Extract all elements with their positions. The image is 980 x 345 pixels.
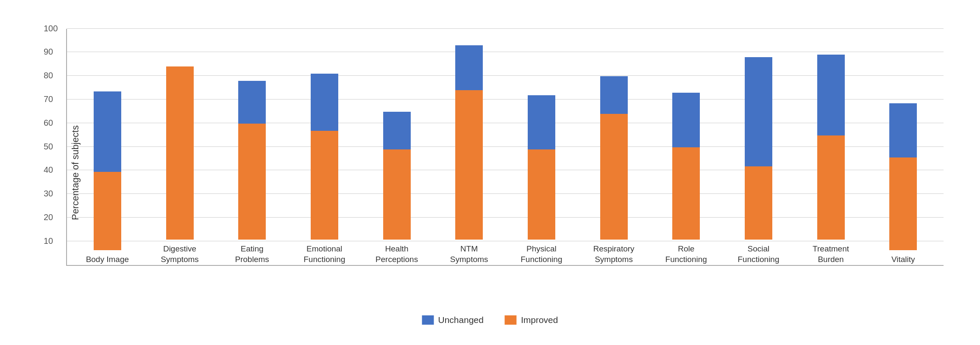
- unchanged-segment: [383, 112, 411, 150]
- bar-label: Social Functioning: [738, 244, 779, 265]
- bar-stack: [311, 74, 338, 240]
- unchanged-segment: [889, 103, 917, 158]
- grid-label: 70: [44, 94, 53, 104]
- legend-improved: Improved: [505, 315, 558, 325]
- improved-segment: [889, 157, 917, 250]
- bar-group: NTM Symptoms: [433, 45, 505, 265]
- unchanged-label: Unchanged: [438, 315, 484, 325]
- unchanged-segment: [94, 91, 121, 172]
- grid-label: 10: [44, 236, 53, 246]
- bar-label: Emotional Functioning: [303, 244, 345, 265]
- grid-label: 30: [44, 189, 53, 199]
- grid-label: 90: [44, 47, 53, 57]
- chart-area: 102030405060708090100 Body ImageDigestiv…: [66, 29, 944, 266]
- chart-container: Percentage of subjects 10203040506070809…: [24, 12, 956, 334]
- unchanged-segment: [745, 57, 772, 166]
- grid-label: 40: [44, 165, 53, 175]
- bar-stack: [94, 91, 121, 250]
- bar-stack: [817, 55, 845, 240]
- improved-segment: [238, 124, 266, 240]
- bar-stack: [672, 93, 700, 240]
- bar-label: Eating Problems: [235, 244, 269, 265]
- unchanged-segment: [672, 93, 700, 147]
- legend: Unchanged Improved: [422, 315, 558, 325]
- bar-group: Digestive Symptoms: [144, 66, 216, 265]
- improved-segment: [455, 90, 483, 240]
- bar-group: Respiratory Symptoms: [578, 76, 650, 265]
- bar-label: Digestive Symptoms: [161, 244, 199, 265]
- bar-stack: [238, 81, 266, 240]
- bar-stack: [745, 57, 772, 240]
- bar-group: Emotional Functioning: [288, 74, 361, 265]
- grid-label: 60: [44, 118, 53, 127]
- bar-label: Health Perceptions: [376, 244, 418, 265]
- improved-segment: [311, 131, 338, 240]
- bar-stack: [383, 112, 411, 240]
- bar-stack: [600, 76, 628, 240]
- improved-segment: [600, 114, 628, 240]
- improved-segment: [672, 147, 700, 240]
- improved-segment: [745, 166, 772, 240]
- bar-label: Treatment Burden: [813, 244, 849, 265]
- bar-label: NTM Symptoms: [450, 244, 488, 265]
- unchanged-segment: [528, 95, 555, 150]
- legend-unchanged: Unchanged: [422, 315, 484, 325]
- bar-group: Physical Functioning: [505, 95, 578, 265]
- unchanged-segment: [238, 81, 266, 124]
- bars-wrapper: Body ImageDigestive SymptomsEating Probl…: [67, 29, 944, 265]
- unchanged-swatch: [422, 315, 434, 325]
- unchanged-segment: [455, 45, 483, 90]
- bar-label: Vitality: [891, 254, 915, 265]
- improved-segment: [817, 135, 845, 240]
- improved-swatch: [505, 315, 517, 325]
- bar-group: Health Perceptions: [361, 112, 433, 265]
- grid-label: 50: [44, 141, 53, 151]
- grid-label: 20: [44, 212, 53, 222]
- bar-group: Vitality: [867, 103, 939, 265]
- bar-label: Body Image: [86, 254, 129, 265]
- unchanged-segment: [817, 55, 845, 135]
- improved-segment: [383, 149, 411, 240]
- bar-label: Role Functioning: [665, 244, 707, 265]
- unchanged-segment: [311, 74, 338, 130]
- grid-label: 100: [44, 23, 58, 33]
- improved-segment: [528, 149, 555, 240]
- bar-group: Eating Problems: [216, 81, 288, 265]
- bar-stack: [455, 45, 483, 240]
- unchanged-segment: [600, 76, 628, 114]
- bar-label: Physical Functioning: [521, 244, 562, 265]
- grid-label: 80: [44, 71, 53, 80]
- improved-segment: [166, 66, 194, 240]
- bar-group: Social Functioning: [722, 57, 795, 265]
- improved-label: Improved: [521, 315, 558, 325]
- bar-label: Respiratory Symptoms: [593, 244, 634, 265]
- bar-stack: [166, 66, 194, 240]
- improved-segment: [94, 172, 121, 250]
- bar-group: Body Image: [71, 91, 144, 265]
- bar-group: Role Functioning: [650, 93, 722, 265]
- bar-stack: [889, 103, 917, 250]
- bar-stack: [528, 95, 555, 240]
- bar-group: Treatment Burden: [795, 55, 867, 265]
